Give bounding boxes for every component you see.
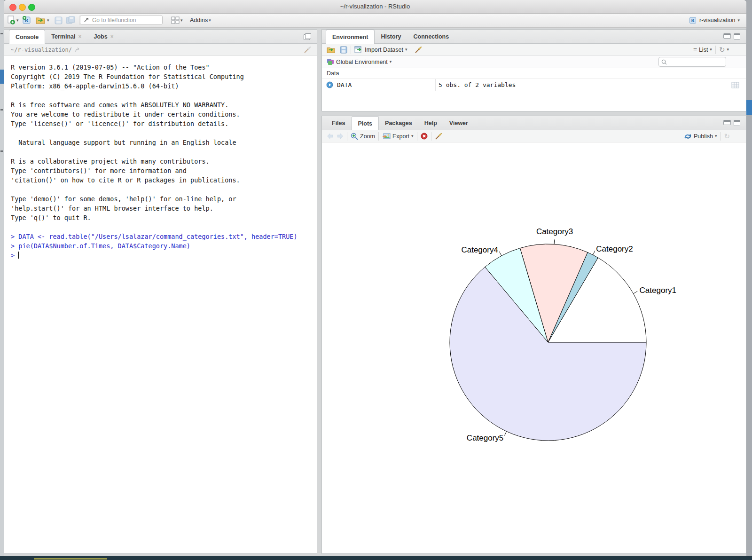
maximize-pane-icon[interactable] — [734, 33, 740, 39]
console-output-line: Type 'demo()' for some demos, 'help()' f… — [11, 194, 317, 204]
tab-console[interactable]: Console — [9, 30, 45, 44]
console-pane: Console Terminal × Jobs × ~/r-visualizat… — [4, 29, 317, 554]
title-bar[interactable]: ~/r-visualization - RStudio — [4, 0, 746, 14]
environment-scope-button[interactable]: Global Environment ▾ — [327, 58, 392, 65]
pie-label-tick — [499, 252, 501, 256]
console-output-line: Type 'q()' to quit R. — [11, 213, 317, 222]
project-menu-button[interactable]: R r-visualization ▾ — [689, 15, 740, 25]
tab-plots[interactable]: Plots — [352, 116, 379, 130]
console-output-line: 'help.start()' for an HTML browser inter… — [11, 204, 317, 213]
main-toolbar: ▾ R ▾ — [4, 14, 746, 28]
addins-label: Addins — [190, 17, 208, 24]
environment-pane-controls — [723, 33, 740, 39]
pie-label-tick — [554, 239, 555, 244]
pie-slice-label: Category3 — [536, 227, 573, 236]
section-label: Data — [327, 70, 339, 77]
clear-environment-button[interactable] — [415, 46, 422, 54]
maximize-pane-icon[interactable] — [304, 33, 311, 40]
refresh-environment-button[interactable]: ↻ ▾ — [719, 46, 729, 54]
expand-object-icon[interactable] — [326, 81, 333, 88]
close-jobs-tab-icon[interactable]: × — [110, 33, 114, 40]
tab-help[interactable]: Help — [418, 116, 443, 130]
environment-search-input[interactable] — [658, 57, 726, 67]
console-output-line: Natural language support but running in … — [11, 138, 317, 147]
load-workspace-button[interactable] — [327, 46, 336, 54]
pie-label-tick — [593, 251, 595, 255]
remove-plot-button[interactable] — [421, 133, 428, 140]
save-workspace-button[interactable] — [340, 46, 347, 54]
pie-slice-label: Category4 — [461, 245, 498, 254]
addins-menu-button[interactable]: Addins ▾ — [190, 15, 211, 25]
view-table-icon[interactable] — [731, 82, 739, 88]
pie-slice-label: Category2 — [596, 245, 633, 253]
clear-all-plots-button[interactable] — [435, 133, 442, 140]
console-output-line: R version 3.6.1 (2019-07-05) -- "Action … — [11, 63, 317, 72]
tab-connections[interactable]: Connections — [407, 30, 455, 43]
tab-packages[interactable]: Packages — [379, 116, 418, 130]
save-button[interactable] — [55, 15, 63, 25]
minimize-pane-icon[interactable] — [723, 33, 731, 39]
console-output-line: Copyright (C) 2019 The R Foundation for … — [11, 72, 317, 81]
background-scrollbar-fragment — [746, 100, 752, 115]
export-plot-button[interactable]: Export ▾ — [382, 133, 414, 140]
console-output-line — [11, 91, 317, 100]
close-terminal-tab-icon[interactable]: × — [78, 33, 81, 40]
environment-tabstrip: Environment History Connections — [322, 30, 746, 44]
console-prompt-line[interactable]: > — [11, 251, 317, 260]
save-all-button[interactable] — [66, 15, 75, 25]
open-file-button[interactable]: ▾ — [36, 15, 49, 25]
environment-scope-label: Global Environment — [336, 59, 388, 65]
console-output-line: Type 'contributors()' for more informati… — [11, 166, 317, 175]
broom-icon — [415, 46, 422, 54]
list-view-button[interactable]: ≡ List ▾ — [693, 46, 712, 54]
publish-plot-button[interactable]: Publish ▾ — [684, 133, 717, 140]
tab-files[interactable]: Files — [326, 116, 352, 130]
publish-icon — [684, 133, 692, 140]
import-dataset-button[interactable]: Import Dataset ▾ — [354, 46, 407, 53]
zoom-plot-button[interactable]: Zoom — [351, 133, 375, 140]
new-project-button[interactable]: R — [22, 15, 32, 25]
open-folder-icon — [36, 16, 46, 24]
broom-icon — [435, 133, 442, 140]
environment-section-header: Data — [322, 68, 746, 79]
tab-history[interactable]: History — [375, 30, 407, 43]
list-icon: ≡ — [693, 46, 697, 54]
console-output-line: R is free software and comes with ABSOLU… — [11, 100, 317, 110]
tab-environment[interactable]: Environment — [326, 30, 375, 44]
open-file-caret-icon: ▾ — [47, 18, 49, 23]
workspace-panes-button[interactable]: ▾ — [171, 15, 183, 25]
refresh-icon: ↻ — [724, 132, 730, 141]
next-plot-button[interactable] — [337, 133, 344, 139]
environment-toolbar: Import Dataset ▾ ≡ List ▾ ↻ ▾ — [322, 44, 746, 56]
minimize-pane-icon[interactable] — [723, 120, 731, 125]
clear-console-icon[interactable] — [304, 46, 311, 54]
environment-pane: Environment History Connections — [321, 29, 746, 111]
maximize-pane-icon[interactable] — [734, 120, 740, 126]
console-output-line: Platform: x86_64-apple-darwin15.6.0 (64-… — [11, 81, 317, 91]
console-output-line: R is a collaborative project with many c… — [11, 157, 317, 166]
svg-text:R: R — [691, 18, 695, 23]
save-all-icon — [66, 16, 75, 24]
console-output-line — [11, 185, 317, 194]
console-output-line — [11, 128, 317, 138]
text-cursor — [18, 252, 19, 259]
refresh-plot-button[interactable]: ↻ — [724, 132, 730, 141]
previous-plot-button[interactable] — [327, 133, 334, 139]
plot-canvas: Category1Category2Category3Category4Cate… — [322, 142, 746, 553]
pie-chart-svg: Category1Category2Category3Category4Cate… — [322, 142, 746, 553]
goto-directory-icon[interactable] — [75, 47, 81, 53]
tab-terminal[interactable]: Terminal × — [45, 30, 87, 43]
console-output-line: You are welcome to redistribute it under… — [11, 110, 317, 119]
environment-object-row[interactable]: DATA 5 obs. of 2 variables — [322, 79, 746, 91]
console-output: R version 3.6.1 (2019-07-05) -- "Action … — [11, 63, 317, 251]
zoom-magnifier-icon — [351, 133, 358, 140]
pie-slice-label: Category5 — [467, 434, 503, 442]
tab-jobs[interactable]: Jobs × — [88, 30, 120, 43]
plots-pane: Files Plots Packages Help Viewer — [321, 116, 746, 554]
new-file-button[interactable]: ▾ — [7, 15, 19, 25]
console-output-area[interactable]: R version 3.6.1 (2019-07-05) -- "Action … — [4, 56, 317, 553]
goto-file-function-input[interactable]: Go to file/function — [80, 15, 163, 25]
save-icon — [55, 16, 63, 24]
tab-viewer[interactable]: Viewer — [443, 116, 474, 130]
background-selection-fragment — [0, 70, 4, 84]
